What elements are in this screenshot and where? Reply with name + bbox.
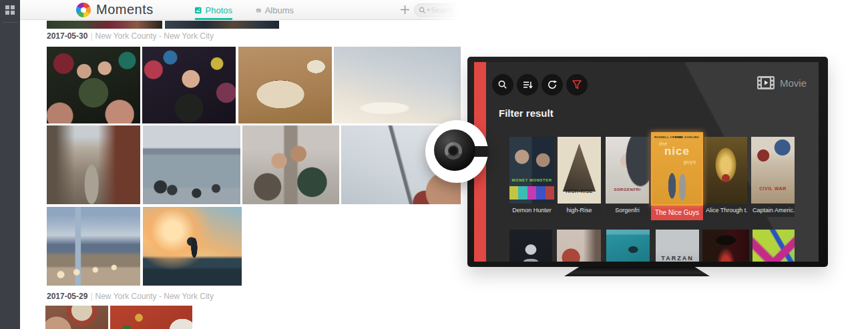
movie-title: high-Rise <box>558 204 601 217</box>
active-tab-underline <box>195 18 232 20</box>
poster-art-text: MONEY MONSTER <box>509 178 554 182</box>
tv-search-icon <box>497 79 509 91</box>
photo-woman-selfie-neon[interactable] <box>142 47 236 123</box>
photo-skyline-dusk-bridge[interactable] <box>47 207 140 286</box>
chrome-logo-icon <box>445 142 462 159</box>
poster-art-text: guys <box>665 159 703 165</box>
tv-section-header: Movie <box>757 76 807 89</box>
movie-poster-row2-ocean-shark[interactable] <box>606 230 650 262</box>
chromecast-device <box>434 129 475 171</box>
poster-art-text: TARZAN <box>656 255 699 262</box>
photo-hiker-sunset[interactable] <box>143 207 242 286</box>
poster-sorgenfri: SORGENFRI <box>606 137 649 204</box>
photo-cropped-strip-1[interactable] <box>47 21 162 29</box>
movie-film-icon <box>757 76 775 89</box>
poster-art-text: CIVIL WAR <box>751 186 795 191</box>
poster-art-text: SORGENFRI <box>606 188 649 192</box>
photos-icon <box>195 5 202 15</box>
photo-pizza[interactable] <box>110 306 192 329</box>
tv-sort-icon <box>521 79 533 91</box>
movie-poster-row2-dark-emblem[interactable] <box>509 230 552 262</box>
date-separator-1: | <box>90 31 92 41</box>
date-2: 2017-05-29 <box>47 292 87 301</box>
tv-refresh-icon <box>546 79 558 91</box>
movie-poster-row2-pale-face[interactable] <box>557 230 601 262</box>
poster-triangle-art <box>563 143 596 192</box>
poster-the-nice-guys: RUSSELL CROWE RYAN GOSLING the nice guys <box>651 132 703 206</box>
photo-riverside-benches[interactable] <box>143 125 240 204</box>
moments-logo-icon <box>76 3 91 17</box>
tv-refresh-button[interactable] <box>541 74 563 95</box>
sidebar-divider <box>3 22 17 23</box>
app-sidebar <box>0 0 20 329</box>
location-2: New York County - New York City <box>95 292 214 301</box>
date-header-2: 2017-05-29|New York County - New York Ci… <box>47 292 214 301</box>
app-grid-icon[interactable] <box>5 5 9 9</box>
search-box[interactable]: ▾ <box>414 3 461 17</box>
movie-card-sorgenfri[interactable]: SORGENFRI Sorgenfri <box>606 137 649 217</box>
movie-title: Demon Hunter <box>509 204 554 217</box>
poster-demon-hunter: MONEY MONSTER <box>509 137 554 204</box>
photo-couple-selfie-times-square[interactable] <box>47 47 140 123</box>
movie-poster-row2-neon-x[interactable] <box>752 230 795 262</box>
movie-title: Captain Americ... <box>751 204 795 217</box>
photo-cropped-strip-2[interactable] <box>165 21 279 29</box>
poster-color-bars <box>509 186 554 200</box>
photo-cloudy-sky[interactable] <box>334 47 461 123</box>
movie-poster-row2-tarzan[interactable]: TARZAN <box>656 230 699 262</box>
poster-high-rise: HIGH-RISE <box>558 137 601 204</box>
albums-icon <box>256 5 261 15</box>
tv-frame: Movie Filter result MONEY MONSTER Demon … <box>467 57 828 267</box>
location-1: New York County - New York City <box>95 31 214 41</box>
search-input[interactable] <box>431 6 455 14</box>
movie-card-alice[interactable]: Alice Through t... <box>704 137 747 217</box>
app-title: Moments <box>96 2 154 17</box>
movie-title: Sorgenfri <box>606 204 649 217</box>
movie-card-demon-hunter[interactable]: MONEY MONSTER Demon Hunter <box>509 137 554 217</box>
movie-card-the-nice-guys-selected[interactable]: RUSSELL CROWE RYAN GOSLING the nice guys… <box>651 132 703 220</box>
tab-photos-label: Photos <box>206 5 232 15</box>
movie-card-captain-america[interactable]: CIVIL WAR Captain Americ... <box>751 137 795 217</box>
date-separator-2: | <box>90 292 92 301</box>
tv-stand <box>564 266 710 276</box>
photo-food-bowl[interactable] <box>45 306 108 329</box>
filter-result-title: Filter result <box>499 107 554 119</box>
poster-alice-looking-glass <box>704 137 747 204</box>
search-scope-caret-icon[interactable]: ▾ <box>427 7 430 13</box>
photo-steak-dinner[interactable] <box>238 47 332 123</box>
tv-sort-button[interactable] <box>517 74 538 95</box>
search-icon <box>419 7 426 14</box>
movie-card-high-rise[interactable]: HIGH-RISE high-Rise <box>558 137 601 217</box>
poster-art-text: nice <box>652 145 702 158</box>
movie-title: Alice Through t... <box>704 204 747 217</box>
movie-title-selected: The Nice Guys <box>651 206 703 220</box>
poster-civil-war: CIVIL WAR <box>751 137 795 204</box>
add-button[interactable] <box>399 4 411 15</box>
tv-search-button[interactable] <box>492 74 513 95</box>
tv-section-label: Movie <box>780 77 807 89</box>
poster-art-text: HIGH-RISE <box>558 189 601 194</box>
photo-city-street[interactable] <box>47 125 140 204</box>
tab-albums-label: Albums <box>265 5 294 15</box>
date-1: 2017-05-30 <box>47 31 87 41</box>
tv-filter-icon <box>571 79 583 91</box>
tab-albums[interactable]: Albums <box>256 0 294 20</box>
tab-photos[interactable]: Photos <box>195 0 232 20</box>
photo-bridge-couple-selfie[interactable] <box>242 125 339 204</box>
tv-screen: Movie Filter result MONEY MONSTER Demon … <box>474 62 819 262</box>
tv-filter-button[interactable] <box>566 74 588 95</box>
poster-art-text: RYAN GOSLING <box>662 135 703 139</box>
date-header-1: 2017-05-30|New York County - New York Ci… <box>47 31 214 41</box>
screenshot-root: Moments Photos Albums ▾ 2017-05-30| <box>0 0 868 329</box>
movie-poster-row2-batman-superman[interactable] <box>702 230 749 262</box>
